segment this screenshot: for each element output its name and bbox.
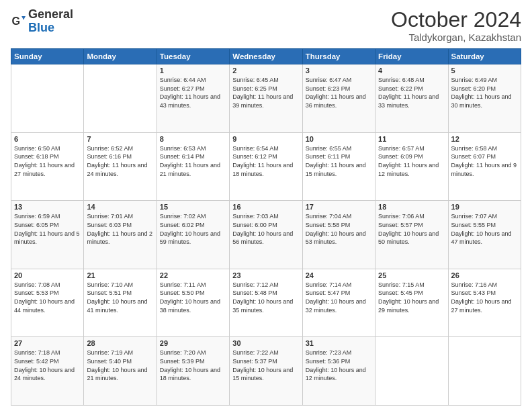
cell-info: Sunrise: 6:45 AM Sunset: 6:25 PM Dayligh…	[232, 76, 299, 109]
cell-info: Sunrise: 7:16 AM Sunset: 5:43 PM Dayligh…	[451, 281, 518, 314]
month-title: October 2024	[391, 8, 521, 32]
calendar-cell: 19Sunrise: 7:07 AM Sunset: 5:55 PM Dayli…	[448, 201, 521, 269]
cell-info: Sunrise: 7:22 AM Sunset: 5:37 PM Dayligh…	[232, 349, 299, 382]
weekday-header: Saturday	[448, 49, 521, 64]
day-number: 18	[378, 203, 445, 211]
calendar-cell: 6Sunrise: 6:50 AM Sunset: 6:18 PM Daylig…	[11, 132, 84, 201]
calendar-cell: 15Sunrise: 7:02 AM Sunset: 6:02 PM Dayli…	[157, 201, 229, 269]
header-row: SundayMondayTuesdayWednesdayThursdayFrid…	[11, 49, 521, 64]
day-number: 13	[14, 203, 81, 211]
calendar-cell: 29Sunrise: 7:20 AM Sunset: 5:39 PM Dayli…	[157, 337, 229, 406]
cell-info: Sunrise: 6:52 AM Sunset: 6:16 PM Dayligh…	[87, 144, 153, 178]
svg-text:G: G	[11, 15, 20, 27]
cell-info: Sunrise: 6:59 AM Sunset: 6:05 PM Dayligh…	[14, 212, 81, 246]
cell-info: Sunrise: 7:08 AM Sunset: 5:53 PM Dayligh…	[14, 281, 81, 314]
day-number: 21	[87, 271, 153, 279]
day-number: 20	[14, 271, 81, 279]
calendar-cell: 26Sunrise: 7:16 AM Sunset: 5:43 PM Dayli…	[448, 269, 521, 337]
weekday-header: Sunday	[11, 49, 84, 64]
day-number: 19	[451, 203, 518, 211]
calendar-cell: 17Sunrise: 7:04 AM Sunset: 5:58 PM Dayli…	[302, 201, 375, 269]
calendar-week-row: 6Sunrise: 6:50 AM Sunset: 6:18 PM Daylig…	[11, 132, 521, 201]
calendar-week-row: 13Sunrise: 6:59 AM Sunset: 6:05 PM Dayli…	[11, 201, 521, 269]
calendar-cell: 1Sunrise: 6:44 AM Sunset: 6:27 PM Daylig…	[157, 64, 229, 133]
cell-info: Sunrise: 6:50 AM Sunset: 6:18 PM Dayligh…	[14, 144, 81, 178]
day-number: 3	[306, 66, 372, 75]
cell-info: Sunrise: 7:01 AM Sunset: 6:03 PM Dayligh…	[87, 212, 153, 246]
day-number: 7	[87, 135, 153, 143]
day-number: 5	[451, 66, 518, 75]
logo: G General Blue	[11, 8, 73, 35]
cell-info: Sunrise: 6:48 AM Sunset: 6:22 PM Dayligh…	[378, 76, 445, 109]
calendar-cell: 23Sunrise: 7:12 AM Sunset: 5:48 PM Dayli…	[230, 269, 302, 337]
day-number: 23	[232, 271, 299, 279]
calendar-cell	[11, 64, 84, 133]
logo-icon: G	[11, 14, 26, 29]
calendar-cell: 2Sunrise: 6:45 AM Sunset: 6:25 PM Daylig…	[230, 64, 302, 133]
calendar-cell: 30Sunrise: 7:22 AM Sunset: 5:37 PM Dayli…	[230, 337, 302, 406]
calendar-cell: 24Sunrise: 7:14 AM Sunset: 5:47 PM Dayli…	[302, 269, 375, 337]
day-number: 9	[232, 135, 299, 143]
calendar-cell: 22Sunrise: 7:11 AM Sunset: 5:50 PM Dayli…	[157, 269, 229, 337]
cell-info: Sunrise: 6:58 AM Sunset: 6:07 PM Dayligh…	[451, 144, 518, 178]
calendar-cell: 18Sunrise: 7:06 AM Sunset: 5:57 PM Dayli…	[375, 201, 448, 269]
calendar-cell: 3Sunrise: 6:47 AM Sunset: 6:23 PM Daylig…	[302, 64, 375, 133]
day-number: 17	[306, 203, 372, 211]
calendar-cell: 13Sunrise: 6:59 AM Sunset: 6:05 PM Dayli…	[11, 201, 84, 269]
calendar-week-row: 27Sunrise: 7:18 AM Sunset: 5:42 PM Dayli…	[11, 337, 521, 406]
location: Taldykorgan, Kazakhstan	[391, 32, 521, 43]
calendar-cell: 4Sunrise: 6:48 AM Sunset: 6:22 PM Daylig…	[375, 64, 448, 133]
day-number: 11	[378, 135, 445, 143]
cell-info: Sunrise: 7:18 AM Sunset: 5:42 PM Dayligh…	[14, 349, 81, 382]
cell-info: Sunrise: 6:47 AM Sunset: 6:23 PM Dayligh…	[306, 76, 372, 109]
cell-info: Sunrise: 6:53 AM Sunset: 6:14 PM Dayligh…	[160, 144, 226, 178]
cell-info: Sunrise: 7:14 AM Sunset: 5:47 PM Dayligh…	[306, 281, 372, 314]
calendar-cell: 14Sunrise: 7:01 AM Sunset: 6:03 PM Dayli…	[84, 201, 157, 269]
day-number: 1	[160, 66, 226, 75]
calendar-body: 1Sunrise: 6:44 AM Sunset: 6:27 PM Daylig…	[11, 64, 521, 406]
calendar-cell	[375, 337, 448, 406]
calendar-cell: 5Sunrise: 6:49 AM Sunset: 6:20 PM Daylig…	[448, 64, 521, 133]
day-number: 12	[451, 135, 518, 143]
cell-info: Sunrise: 7:23 AM Sunset: 5:36 PM Dayligh…	[306, 349, 372, 382]
cell-info: Sunrise: 6:49 AM Sunset: 6:20 PM Dayligh…	[451, 76, 518, 109]
cell-info: Sunrise: 7:12 AM Sunset: 5:48 PM Dayligh…	[232, 281, 299, 314]
calendar-cell: 10Sunrise: 6:55 AM Sunset: 6:11 PM Dayli…	[302, 132, 375, 201]
day-number: 27	[14, 339, 81, 347]
cell-info: Sunrise: 7:04 AM Sunset: 5:58 PM Dayligh…	[306, 212, 372, 246]
calendar-cell	[448, 337, 521, 406]
day-number: 30	[232, 339, 299, 347]
day-number: 29	[160, 339, 226, 347]
day-number: 6	[14, 135, 81, 143]
title-block: October 2024 Taldykorgan, Kazakhstan	[391, 8, 521, 43]
day-number: 16	[232, 203, 299, 211]
calendar-cell	[84, 64, 157, 133]
calendar-cell: 9Sunrise: 6:54 AM Sunset: 6:12 PM Daylig…	[230, 132, 302, 201]
page: G General Blue October 2024 Taldykorgan,…	[0, 0, 532, 411]
calendar-cell: 28Sunrise: 7:19 AM Sunset: 5:40 PM Dayli…	[84, 337, 157, 406]
calendar-cell: 27Sunrise: 7:18 AM Sunset: 5:42 PM Dayli…	[11, 337, 84, 406]
cell-info: Sunrise: 6:55 AM Sunset: 6:11 PM Dayligh…	[306, 144, 372, 178]
calendar-cell: 11Sunrise: 6:57 AM Sunset: 6:09 PM Dayli…	[375, 132, 448, 201]
weekday-header: Thursday	[302, 49, 375, 64]
day-number: 15	[160, 203, 226, 211]
calendar-table: SundayMondayTuesdayWednesdayThursdayFrid…	[11, 48, 521, 406]
day-number: 2	[232, 66, 299, 75]
cell-info: Sunrise: 7:06 AM Sunset: 5:57 PM Dayligh…	[378, 212, 445, 246]
calendar-cell: 12Sunrise: 6:58 AM Sunset: 6:07 PM Dayli…	[448, 132, 521, 201]
calendar-cell: 25Sunrise: 7:15 AM Sunset: 5:45 PM Dayli…	[375, 269, 448, 337]
cell-info: Sunrise: 7:03 AM Sunset: 6:00 PM Dayligh…	[232, 212, 299, 246]
day-number: 14	[87, 203, 153, 211]
header: G General Blue October 2024 Taldykorgan,…	[11, 8, 521, 43]
weekday-header: Monday	[84, 49, 157, 64]
cell-info: Sunrise: 7:11 AM Sunset: 5:50 PM Dayligh…	[160, 281, 226, 314]
day-number: 26	[451, 271, 518, 279]
cell-info: Sunrise: 6:54 AM Sunset: 6:12 PM Dayligh…	[232, 144, 299, 178]
calendar-header: SundayMondayTuesdayWednesdayThursdayFrid…	[11, 49, 521, 64]
day-number: 22	[160, 271, 226, 279]
calendar-week-row: 20Sunrise: 7:08 AM Sunset: 5:53 PM Dayli…	[11, 269, 521, 337]
cell-info: Sunrise: 7:15 AM Sunset: 5:45 PM Dayligh…	[378, 281, 445, 314]
day-number: 8	[160, 135, 226, 143]
day-number: 25	[378, 271, 445, 279]
logo-general-text: General	[28, 7, 73, 21]
